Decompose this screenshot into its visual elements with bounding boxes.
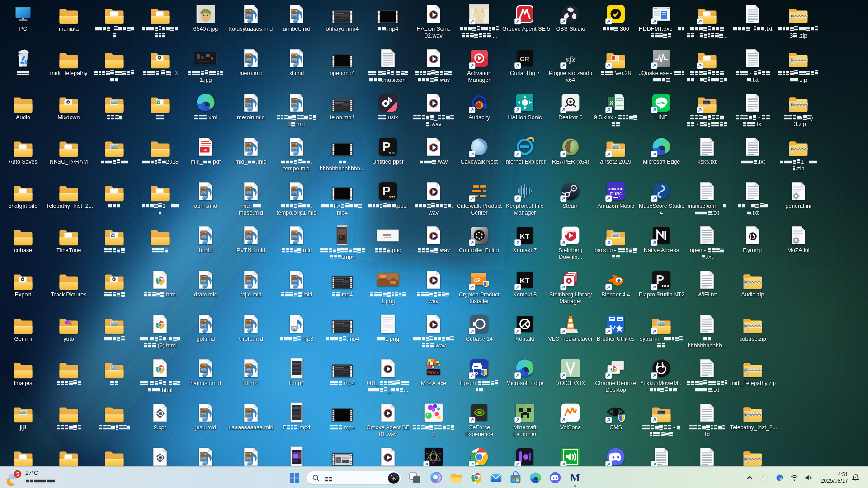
svg-text:5: 5 xyxy=(16,471,19,477)
